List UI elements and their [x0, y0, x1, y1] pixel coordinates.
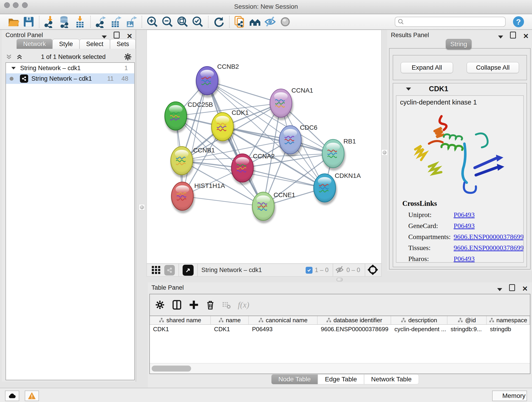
network-node-CCNE1[interactable]: [252, 192, 276, 223]
collapse-all-button[interactable]: Collapse All: [467, 62, 519, 73]
pan-crosshair-icon[interactable]: [367, 264, 378, 276]
table-cell[interactable]: CDK1: [211, 326, 249, 333]
tab-style[interactable]: Style: [52, 39, 80, 49]
table-cell[interactable]: cyclin-dependent ...: [391, 326, 447, 333]
column-header[interactable]: shared name: [150, 316, 211, 324]
network-view[interactable]: CCNB2CCNA1CDC25BCDK1CDC6RB1CCNB1CCNA2HIS…: [147, 30, 381, 277]
export-table-icon[interactable]: [110, 15, 123, 28]
column-header[interactable]: namespace: [487, 316, 530, 324]
import-string-network-icon[interactable]: [234, 15, 246, 28]
column-header[interactable]: canonical name: [249, 316, 317, 324]
mini-scrollbar[interactable]: [397, 262, 408, 263]
refresh-icon[interactable]: [212, 15, 225, 28]
search-input[interactable]: [404, 18, 501, 26]
close-panel-icon[interactable]: ✕: [127, 33, 133, 39]
node-table[interactable]: shared namenamecanonical namedatabase id…: [150, 316, 530, 363]
network-node-CDK1[interactable]: [211, 113, 235, 144]
string-view-icon[interactable]: [164, 265, 175, 275]
column-header[interactable]: @id: [447, 316, 487, 324]
tab-string[interactable]: String: [446, 39, 472, 50]
tab-sets[interactable]: Sets: [110, 39, 136, 49]
crosslink-link[interactable]: 9606.ENSP00000378699: [454, 233, 524, 241]
collapse-all-icon[interactable]: [6, 53, 12, 60]
save-session-icon[interactable]: [22, 15, 35, 28]
search-field[interactable]: [395, 17, 506, 27]
close-panel-icon[interactable]: ✕: [522, 286, 528, 292]
export-image-icon[interactable]: [125, 15, 138, 28]
crosslink-link[interactable]: 9606.ENSP00000378699: [454, 244, 524, 252]
crosslink-link[interactable]: P06493: [454, 222, 475, 230]
import-network-file-icon[interactable]: [43, 15, 56, 28]
float-panel-icon[interactable]: [509, 284, 515, 291]
expand-all-button[interactable]: Expand All: [401, 62, 453, 73]
collapse-panel-icon[interactable]: [498, 36, 503, 38]
gear-icon[interactable]: [124, 53, 132, 61]
table-cell[interactable]: P06493: [249, 326, 317, 333]
table-cell[interactable]: 9606.ENSP00000378699: [317, 326, 391, 333]
network-graph[interactable]: CCNB2CCNA1CDC25BCDK1CDC6RB1CCNB1CCNA2HIS…: [147, 30, 381, 263]
tab-edge-table[interactable]: Edge Table: [318, 374, 364, 384]
tab-network-table[interactable]: Network Table: [364, 374, 419, 384]
network-collection-row[interactable]: String Network – cdk1 1: [6, 63, 134, 73]
gene-card-header[interactable]: CDK1: [393, 83, 526, 95]
right-splitter-handle[interactable]: [381, 149, 387, 155]
expand-all-icon[interactable]: [16, 53, 23, 60]
tab-node-table[interactable]: Node Table: [271, 374, 318, 384]
delete-column-icon[interactable]: [206, 300, 215, 310]
zoom-fit-icon[interactable]: [176, 15, 189, 28]
collapse-panel-icon[interactable]: [102, 36, 107, 38]
birds-eye-view-icon[interactable]: [183, 265, 194, 276]
float-panel-icon[interactable]: [114, 32, 120, 38]
table-horizontal-scrollbar[interactable]: [150, 363, 530, 374]
left-splitter-handle[interactable]: [139, 204, 145, 210]
export-network-icon[interactable]: [95, 15, 108, 28]
help-icon[interactable]: ?: [512, 15, 525, 28]
import-network-database-icon[interactable]: [58, 15, 71, 28]
import-table-file-icon[interactable]: [74, 15, 86, 28]
table-cell[interactable]: stringdb:9...: [447, 326, 487, 333]
network-node-CDKN1A[interactable]: [314, 174, 337, 205]
add-column-icon[interactable]: [189, 300, 199, 310]
table-row[interactable]: CDK1CDK1P064939606.ENSP00000378699cyclin…: [150, 325, 530, 333]
home-networks-icon[interactable]: [249, 15, 261, 28]
selected-checkbox-icon[interactable]: [306, 267, 312, 274]
tab-network[interactable]: Network: [17, 39, 52, 49]
network-edge[interactable]: [182, 81, 207, 196]
network-node-CCNB1[interactable]: [171, 147, 194, 178]
warning-button[interactable]: [25, 390, 39, 401]
tree-expand-icon[interactable]: [12, 67, 16, 69]
network-node-CDC6[interactable]: [279, 126, 303, 157]
collapse-panel-icon[interactable]: [497, 288, 502, 291]
table-cell[interactable]: CDK1: [150, 326, 211, 333]
hide-selected-icon[interactable]: [264, 15, 277, 28]
automation-cloud-button[interactable]: [5, 390, 19, 401]
select-columns-icon[interactable]: [172, 300, 182, 310]
network-row[interactable]: String Network – cdk1 11 48: [6, 73, 134, 84]
column-header[interactable]: database identifier: [317, 316, 391, 324]
zoom-out-icon[interactable]: [161, 15, 174, 28]
network-node-HIST1H1A[interactable]: [171, 182, 195, 213]
column-header[interactable]: name: [211, 316, 249, 324]
horizontal-splitter-handle[interactable]: [336, 278, 343, 281]
show-all-icon[interactable]: [279, 15, 292, 28]
float-panel-icon[interactable]: [510, 32, 516, 38]
tab-select[interactable]: Select: [80, 39, 110, 49]
grid-view-icon[interactable]: [151, 265, 161, 276]
crosslink-link[interactable]: P06493: [454, 255, 475, 263]
zoom-in-icon[interactable]: [146, 15, 159, 28]
table-cell[interactable]: stringdb: [487, 326, 530, 333]
network-node-CCNA2[interactable]: [231, 154, 255, 185]
network-node-RB1[interactable]: [322, 139, 346, 171]
open-session-icon[interactable]: [7, 15, 20, 28]
hidden-eye-icon[interactable]: [335, 265, 344, 275]
network-node-CCNB2[interactable]: [196, 66, 220, 98]
close-panel-icon[interactable]: ✕: [523, 33, 529, 39]
network-node-CCNA1[interactable]: [270, 89, 293, 120]
table-gear-icon[interactable]: [155, 300, 165, 310]
collapse-gene-icon[interactable]: [406, 88, 411, 90]
scrollbar-thumb[interactable]: [152, 366, 191, 371]
memory-button[interactable]: Memory: [492, 390, 527, 401]
column-header[interactable]: description: [391, 316, 447, 324]
crosslink-link[interactable]: P06493: [454, 211, 475, 219]
zoom-selected-icon[interactable]: [191, 15, 204, 28]
